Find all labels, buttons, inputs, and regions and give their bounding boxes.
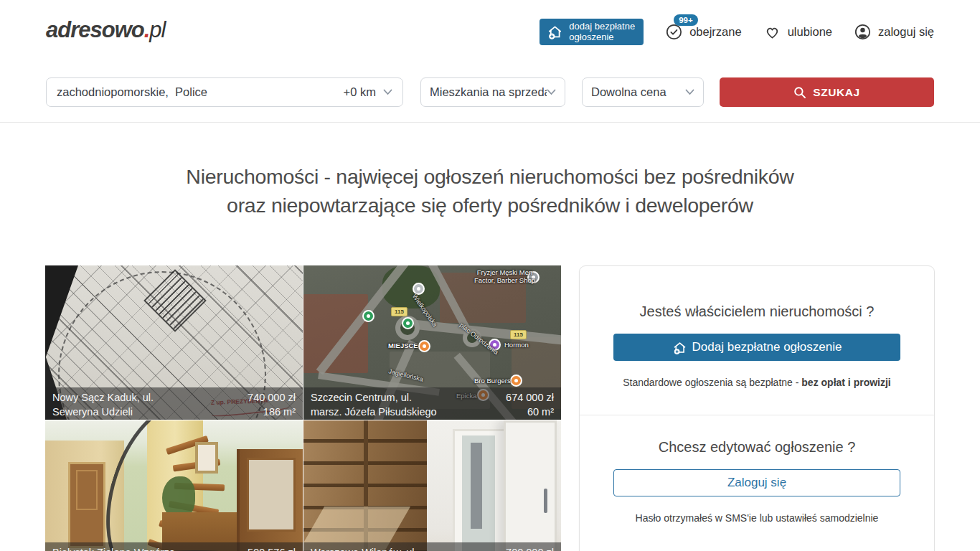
property-type-select[interactable]: Mieszkania na sprzeda — [420, 77, 565, 107]
map-marker-orange — [418, 340, 430, 352]
sidebar-login-label: Zaloguj się — [727, 476, 786, 490]
search-bar: zachodniopomorskie, Police +0 km Mieszka… — [0, 77, 980, 108]
listing-tile[interactable]: Białystok Zielone Wzgórze 599 576 zł — [45, 420, 303, 551]
page-title: Nieruchomości - najwięcej ogłoszeń nieru… — [0, 162, 980, 220]
listing-location: Szczecin Centrum, ul. marsz. Józefa Piłs… — [311, 390, 437, 420]
listings-grid: Z up. PREZYDENTA Nowy Sącz Kaduk, ul. Se… — [45, 265, 561, 551]
logo-text-tld: pl — [149, 17, 165, 42]
chevron-down-icon — [685, 89, 694, 95]
user-circle-icon — [854, 23, 872, 41]
chevron-down-icon — [383, 89, 392, 95]
viewed-label: obejrzane — [689, 25, 741, 39]
listing-location-line2: marsz. Józefa Piłsudskiego — [311, 406, 437, 418]
house-plus-icon — [672, 340, 687, 355]
add-listing-label-line2: ogłoszenie — [569, 32, 613, 42]
chevron-down-icon — [547, 89, 556, 95]
listing-price-area: 599 576 zł — [248, 545, 296, 551]
login-label: zaloguj się — [878, 25, 934, 39]
sidebar-add-listing-button[interactable]: Dodaj bezpłatne ogłoszenie — [613, 334, 900, 361]
listing-caption: Nowy Sącz Kaduk, ul. Seweryna Udzieli 74… — [45, 387, 303, 420]
listing-caption: Białystok Zielone Wzgórze 599 576 zł — [45, 542, 303, 551]
listing-tile[interactable]: Z up. PREZYDENTA Nowy Sącz Kaduk, ul. Se… — [45, 265, 303, 420]
viewed-count-badge: 99+ — [674, 14, 698, 26]
header-actions: dodaj bezpłatne ogłoszenie 99+ obejrzane… — [540, 0, 934, 63]
map-route-badge: 115 — [510, 330, 527, 339]
page: adresowo.pl dodaj bezpłatne ogłoszenie 9… — [0, 0, 980, 551]
listing-price-area: 674 000 zł 60 m² — [506, 390, 554, 420]
listing-caption: Warszawa Wilanów, ul. 700 000 zł — [303, 542, 561, 551]
map-marker-white — [413, 283, 425, 295]
login-button[interactable]: zaloguj się — [854, 23, 934, 41]
listing-price: 740 000 zł — [248, 392, 296, 403]
favorites-button[interactable]: ulubione — [763, 23, 832, 41]
listing-location: Warszawa Wilanów, ul. — [311, 545, 418, 551]
search-submit-label: SZUKAJ — [813, 86, 860, 99]
property-type-value: Mieszkania na sprzeda — [430, 85, 547, 99]
listing-price: 700 000 zł — [506, 547, 554, 551]
site-logo[interactable]: adresowo.pl — [46, 17, 165, 43]
listing-location-line1: Białystok Zielone Wzgórze — [52, 547, 175, 551]
map-buildings-patch — [303, 294, 368, 373]
listing-tile[interactable]: Fryzjer Męski Men Factor, Barber Shop MI… — [303, 265, 561, 420]
page-title-line2: oraz niepowtarzające się oferty pośredni… — [227, 194, 753, 217]
heart-icon — [763, 23, 781, 41]
listing-location-line1: Warszawa Wilanów, ul. — [311, 547, 418, 551]
house-plus-icon — [547, 24, 563, 40]
header: adresowo.pl dodaj bezpłatne ogłoszenie 9… — [0, 0, 980, 63]
listing-price: 599 576 zł — [248, 547, 296, 551]
map-poi-label: Bro Burgers — [474, 377, 511, 385]
edit-question: Chcesz edytować ogłoszenie ? — [659, 439, 856, 456]
listing-price-area: 700 000 zł — [506, 545, 554, 551]
free-listings-note-text: Standardowe ogłoszenia są bezpłatne - — [623, 377, 801, 388]
logo-text-main: adresowo — [46, 17, 144, 42]
radius-value[interactable]: +0 km — [344, 85, 376, 99]
free-listings-note-bold: bez opłat i prowizji — [801, 377, 890, 388]
location-input[interactable]: zachodniopomorskie, Police +0 km — [46, 77, 403, 107]
map-marker-green — [402, 317, 414, 329]
listing-location-line1: Szczecin Centrum, ul. — [311, 392, 412, 403]
header-divider — [0, 122, 980, 123]
listing-location: Nowy Sącz Kaduk, ul. Seweryna Udzieli — [52, 390, 154, 420]
map-route-badge: 115 — [391, 307, 407, 316]
picture-frame — [195, 442, 218, 474]
add-listing-label-line1: dodaj bezpłatne — [569, 21, 635, 32]
favorites-label: ulubione — [788, 25, 832, 39]
free-listings-note: Standardowe ogłoszenia są bezpłatne - be… — [623, 377, 891, 388]
listing-price-area: 740 000 zł 186 m² — [248, 390, 296, 420]
map-poi-barber-line2: Factor, Barber Shop — [474, 276, 535, 284]
stairs-wood-door — [68, 462, 105, 548]
magnifier-icon — [793, 86, 806, 99]
owner-question: Jesteś właścicielem nieruchomości ? — [640, 303, 875, 320]
listing-location-line2: Seweryna Udzieli — [52, 406, 133, 418]
map-poi-barber-line1: Fryzjer Męski Men — [477, 268, 533, 276]
price-select[interactable]: Dowolna cena — [582, 77, 704, 107]
viewed-button[interactable]: 99+ obejrzane — [665, 23, 741, 41]
location-value: zachodniopomorskie, Police — [57, 85, 344, 99]
map-poi-label: Hormon — [504, 341, 529, 349]
listing-location-line1: Nowy Sącz Kaduk, ul. — [52, 392, 154, 403]
map-marker-orange — [510, 375, 522, 387]
sidebar-login-button[interactable]: Zaloguj się — [613, 469, 900, 496]
white-door — [504, 420, 557, 551]
listing-location: Białystok Zielone Wzgórze — [52, 545, 175, 551]
password-note: Hasło otrzymałeś w SMS'ie lub ustawiłeś … — [636, 512, 879, 524]
search-submit-button[interactable]: SZUKAJ — [720, 77, 934, 107]
price-value: Dowolna cena — [591, 85, 666, 99]
page-title-line1: Nieruchomości - najwięcej ogłoszeń nieru… — [186, 165, 793, 188]
sidebar-divider — [580, 415, 934, 415]
owner-sidebar-card: Jesteś właścicielem nieruchomości ? Doda… — [579, 265, 935, 551]
sidebar-add-listing-label: Dodaj bezpłatne ogłoszenie — [692, 340, 842, 354]
map-marker-green — [362, 310, 374, 322]
add-listing-label: dodaj bezpłatne ogłoszenie — [569, 21, 635, 42]
listing-area: 60 m² — [527, 406, 554, 418]
china-cabinet — [237, 449, 303, 551]
listing-area: 186 m² — [263, 406, 296, 418]
listing-caption: Szczecin Centrum, ul. marsz. Józefa Piłs… — [303, 387, 561, 420]
map-poi-label: Fryzjer Męski Men Factor, Barber Shop — [474, 268, 535, 284]
listing-price: 674 000 zł — [506, 392, 554, 403]
map-poi-label: MIEJSCE — [388, 342, 418, 349]
add-listing-button[interactable]: dodaj bezpłatne ogłoszenie — [540, 19, 644, 45]
listing-tile[interactable]: Warszawa Wilanów, ul. 700 000 zł — [303, 420, 561, 551]
